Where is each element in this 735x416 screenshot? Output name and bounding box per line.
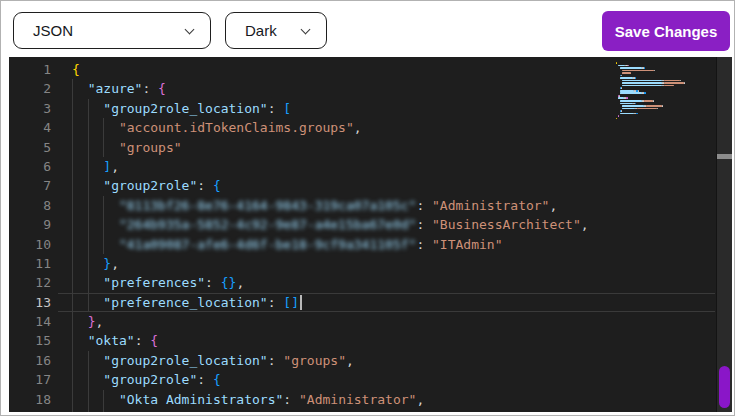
- indent-guide: [72, 138, 88, 157]
- code-line[interactable]: 6],: [9, 157, 715, 176]
- code-line[interactable]: 1{: [9, 60, 715, 79]
- code-line-content: "preferences": {},: [58, 273, 715, 292]
- code-editor[interactable]: 1{2"azure": {3"group2role_location": [4"…: [9, 57, 732, 412]
- minimap-token: [620, 103, 633, 105]
- minimap-token: [620, 90, 634, 92]
- code-line-content: "group2role": {: [58, 370, 715, 389]
- code-token: "okta": [88, 333, 135, 348]
- code-line[interactable]: 11},: [9, 254, 715, 273]
- code-line-content: "group2role": {: [58, 176, 715, 195]
- code-token: :: [205, 275, 221, 290]
- code-token: :: [197, 178, 213, 193]
- minimap-line: [616, 95, 708, 97]
- indent-guide: [72, 331, 88, 350]
- indent-guide: [103, 235, 119, 254]
- indent-guide: [72, 176, 88, 195]
- indent-guide: [88, 138, 104, 157]
- code-token: "Okta Administrators": [119, 392, 283, 407]
- code-line-content: ],: [58, 157, 715, 176]
- code-line[interactable]: 19"Okta Users": "BusinessArchitect",: [9, 409, 715, 412]
- code-token: [: [283, 101, 291, 116]
- line-number: 2: [9, 79, 58, 98]
- code-line[interactable]: 16"group2role_location": "groups",: [9, 351, 715, 370]
- line-number: 14: [9, 312, 58, 331]
- code-line[interactable]: 5"groups": [9, 138, 715, 157]
- code-line[interactable]: 3"group2role_location": [: [9, 99, 715, 118]
- line-number: 12: [9, 273, 58, 292]
- indent-guide: [88, 273, 104, 292]
- code-token: {: [213, 372, 221, 387]
- code-token: "ITAdmin": [432, 237, 502, 252]
- minimap-token: [618, 65, 625, 67]
- minimap-line: [616, 87, 708, 89]
- line-number: 15: [9, 331, 58, 350]
- code-line[interactable]: 4"account.idTokenClaims.groups",: [9, 118, 715, 137]
- save-changes-button[interactable]: Save Changes: [602, 11, 730, 51]
- indent-guide: [103, 196, 119, 215]
- theme-select-value: Dark: [245, 22, 277, 39]
- code-line-content: },: [58, 312, 715, 331]
- indent-guide: [103, 215, 119, 234]
- code-line[interactable]: 2"azure": {: [9, 79, 715, 98]
- minimap-token: [664, 80, 680, 82]
- code-token: :: [268, 295, 284, 310]
- code-token: "group2role": [103, 372, 197, 387]
- indent-guide: [103, 118, 119, 137]
- code-token: ,: [581, 217, 589, 232]
- code-token: :: [283, 392, 299, 407]
- code-line[interactable]: 14},: [9, 312, 715, 331]
- code-line[interactable]: 17"group2role": {: [9, 370, 715, 389]
- minimap-token: [620, 113, 634, 115]
- code-token: "azure": [88, 81, 143, 96]
- minimap-token: [622, 82, 662, 84]
- code-line[interactable]: 15"okta": {: [9, 331, 715, 350]
- code-token: :: [142, 81, 158, 96]
- minimap-token: [628, 65, 629, 67]
- code-token: {}: [221, 275, 237, 290]
- language-select[interactable]: JSON: [13, 12, 211, 49]
- code-token: "preferences": [103, 275, 205, 290]
- code-line-content: "okta": {: [58, 331, 715, 350]
- minimap-token: [637, 108, 657, 110]
- code-line[interactable]: 13"preference_location": []: [9, 293, 715, 312]
- line-number: 16: [9, 351, 58, 370]
- minimap[interactable]: [616, 62, 708, 120]
- code-token: "264b935a-5852-4c92-9e87-a4e15ba67e0d": [119, 217, 416, 232]
- indent-guide: [88, 390, 104, 409]
- page-scrollbar-thumb[interactable]: [719, 366, 730, 408]
- minimap-token: [622, 72, 630, 74]
- code-token: "group2role": [103, 178, 197, 193]
- code-line-content: },: [58, 254, 715, 273]
- indent-guide: [88, 293, 104, 312]
- indent-guide: [72, 293, 88, 312]
- minimap-line: [616, 118, 708, 120]
- code-token: []: [283, 295, 299, 310]
- chevron-down-icon: [301, 25, 311, 35]
- code-line[interactable]: 7"group2role": {: [9, 176, 715, 195]
- code-line-content: "account.idTokenClaims.groups",: [58, 118, 715, 137]
- code-token: :: [416, 237, 432, 252]
- code-line[interactable]: 18"Okta Administrators": "Administrator"…: [9, 390, 715, 409]
- indent-guide: [72, 370, 88, 389]
- minimap-line: [616, 67, 708, 69]
- minimap-token: [620, 100, 642, 102]
- minimap-token: [644, 92, 646, 94]
- minimap-token: [622, 80, 662, 82]
- code-line-content: "groups": [58, 138, 715, 157]
- line-number: 8: [9, 196, 58, 215]
- code-line[interactable]: 8"8113bf26-8e76-4164-9843-319ca07a105c":…: [9, 196, 715, 215]
- line-number: 9: [9, 215, 58, 234]
- scrollbar-track[interactable]: [716, 57, 732, 412]
- indent-guide: [72, 273, 88, 292]
- code-line-content: "preference_location": []: [58, 293, 715, 312]
- minimap-token: [657, 108, 658, 110]
- theme-select[interactable]: Dark: [225, 12, 327, 49]
- code-line[interactable]: 12"preferences": {},: [9, 273, 715, 292]
- code-line[interactable]: 10"41a09087-afe6-4d6f-be18-9cf9a341105f"…: [9, 235, 715, 254]
- indent-guide: [72, 157, 88, 176]
- code-token: "BusinessArchitect": [229, 411, 378, 412]
- code-line[interactable]: 9"264b935a-5852-4c92-9e87-a4e15ba67e0d":…: [9, 215, 715, 234]
- minimap-token: [654, 70, 655, 72]
- editor-scrollbar-thumb[interactable]: [717, 154, 732, 159]
- indent-guide: [72, 99, 88, 118]
